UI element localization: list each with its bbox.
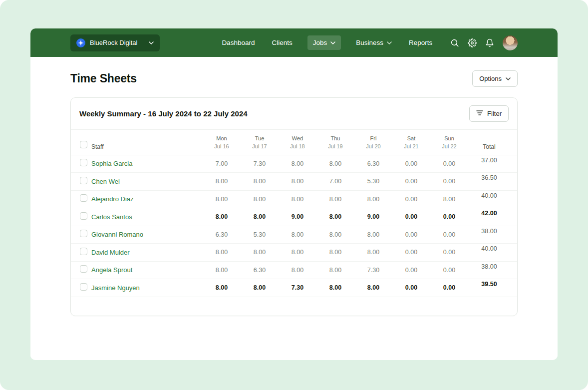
row-checkbox[interactable] [80, 230, 87, 237]
hours-cell: 9.00 [354, 213, 392, 220]
hours-cell: 8.00 [241, 196, 279, 203]
row-checkbox[interactable] [80, 177, 87, 184]
row-checkbox[interactable] [80, 212, 87, 220]
hours-cell: 8.00 [316, 160, 354, 167]
hours-cell: 0.00 [430, 178, 468, 185]
chevron-down-icon [506, 77, 511, 80]
nav-item-business-label: Business [356, 39, 383, 46]
user-avatar[interactable] [503, 35, 518, 50]
staff-name-link[interactable]: Sophia Garcia [91, 160, 203, 167]
hours-cell: 8.00 [354, 231, 392, 238]
hours-cell: 8.00 [316, 267, 354, 274]
main-nav: Dashboard Clients Jobs Business Reports [220, 35, 434, 50]
filter-button-label: Filter [487, 110, 502, 117]
staff-name-link[interactable]: Chen Wei [91, 178, 203, 185]
select-all-checkbox[interactable] [80, 141, 87, 148]
row-checkbox[interactable] [80, 283, 87, 291]
hours-cell: 8.00 [241, 284, 279, 291]
column-header-mon: Mon Jul 16 [203, 135, 241, 150]
total-cell: 37.00 [468, 157, 510, 164]
hours-cell: 8.00 [203, 196, 241, 203]
table-row: David Mulder 8.00 8.00 8.00 8.00 8.00 0.… [71, 244, 517, 262]
search-icon[interactable] [450, 38, 459, 47]
hours-cell: 0.00 [392, 213, 430, 220]
row-checkbox[interactable] [80, 265, 87, 273]
total-cell: 38.00 [468, 228, 510, 235]
total-cell: 39.50 [468, 281, 510, 288]
filter-button[interactable]: Filter [469, 105, 509, 122]
hours-cell: 7.30 [279, 284, 316, 291]
total-cell: 42.00 [468, 210, 510, 217]
hours-cell: 0.00 [392, 160, 430, 167]
hours-cell: 8.00 [203, 267, 241, 274]
hours-cell: 6.30 [241, 267, 279, 274]
nav-item-clients[interactable]: Clients [270, 35, 294, 50]
staff-name-link[interactable]: Giovanni Romano [91, 231, 203, 238]
table-row: Giovanni Romano 6.30 5.30 8.00 8.00 8.00… [71, 226, 517, 244]
main-content: Time Sheets Options Weekly Summary - 16 … [30, 57, 558, 360]
staff-column-header: Staff [91, 143, 103, 150]
top-navbar: BlueRock Digital Dashboard Clients Jobs … [30, 28, 558, 57]
hours-cell: 8.00 [279, 249, 316, 256]
total-cell: 38.00 [468, 263, 510, 270]
hours-cell: 6.30 [203, 231, 241, 238]
hours-cell: 8.00 [203, 178, 241, 185]
hours-cell: 0.00 [430, 267, 468, 274]
hours-cell: 8.00 [354, 284, 392, 291]
hours-cell: 8.00 [430, 196, 468, 203]
org-name-label: BlueRock Digital [90, 39, 137, 46]
total-cell: 36.50 [468, 174, 510, 181]
hours-cell: 0.00 [392, 231, 430, 238]
nav-item-business[interactable]: Business [354, 35, 394, 50]
notifications-bell-icon[interactable] [485, 38, 494, 47]
hours-cell: 8.00 [316, 231, 354, 238]
column-header-thu: Thu Jul 19 [316, 135, 354, 150]
hours-cell: 8.00 [241, 178, 279, 185]
nav-item-dashboard[interactable]: Dashboard [220, 35, 257, 50]
hours-cell: 0.00 [392, 196, 430, 203]
hours-cell: 7.00 [203, 160, 241, 167]
staff-name-link[interactable]: Alejandro Diaz [91, 195, 203, 203]
column-header-sun: Sun Jul 22 [430, 135, 468, 150]
filter-icon [476, 110, 483, 117]
staff-name-link[interactable]: Carlos Santos [91, 213, 203, 221]
hours-cell: 7.00 [316, 178, 354, 185]
hours-cell: 8.00 [279, 160, 316, 167]
nav-item-jobs[interactable]: Jobs [307, 35, 341, 50]
settings-gear-icon[interactable] [468, 38, 477, 47]
row-checkbox[interactable] [80, 248, 87, 255]
hours-cell: 0.00 [430, 213, 468, 220]
hours-cell: 8.00 [203, 284, 241, 291]
table-row: Angela Sprout 8.00 6.30 8.00 8.00 7.30 0… [71, 262, 517, 280]
row-checkbox[interactable] [80, 194, 87, 202]
hours-cell: 8.00 [279, 267, 316, 274]
hours-cell: 0.00 [392, 178, 430, 185]
hours-cell: 0.00 [392, 249, 430, 256]
org-switcher-button[interactable]: BlueRock Digital [70, 34, 160, 51]
weekly-summary-title: Weekly Summary - 16 July 2024 to 22 July… [79, 109, 248, 118]
table-row: Sophia Garcia 7.00 7.30 8.00 8.00 6.30 0… [71, 155, 517, 173]
hours-cell: 9.00 [279, 213, 316, 220]
row-checkbox[interactable] [80, 159, 87, 166]
column-header-tue: Tue Jul 17 [241, 135, 279, 150]
total-cell: 40.00 [468, 192, 510, 199]
chevron-down-icon [387, 41, 392, 44]
total-column-header: Total [468, 143, 510, 150]
hours-cell: 8.00 [203, 213, 241, 220]
hours-cell: 6.30 [354, 160, 392, 167]
total-cell: 40.00 [468, 245, 510, 252]
hours-cell: 0.00 [430, 160, 468, 167]
table-row: Jasmine Nguyen 8.00 8.00 7.30 8.00 8.00 … [71, 279, 517, 297]
staff-name-link[interactable]: David Mulder [91, 249, 203, 256]
options-button[interactable]: Options [472, 70, 518, 87]
table-row: Carlos Santos 8.00 8.00 9.00 8.00 9.00 0… [71, 208, 517, 226]
options-button-label: Options [479, 75, 502, 82]
nav-item-reports[interactable]: Reports [407, 35, 434, 50]
hours-cell: 8.00 [279, 231, 316, 238]
hours-cell: 8.00 [316, 196, 354, 203]
column-header-fri: Fri Jul 20 [354, 135, 392, 150]
staff-name-link[interactable]: Angela Sprout [91, 266, 203, 274]
hours-cell: 7.30 [354, 267, 392, 274]
staff-name-link[interactable]: Jasmine Nguyen [91, 284, 203, 292]
hours-cell: 5.30 [354, 178, 392, 185]
